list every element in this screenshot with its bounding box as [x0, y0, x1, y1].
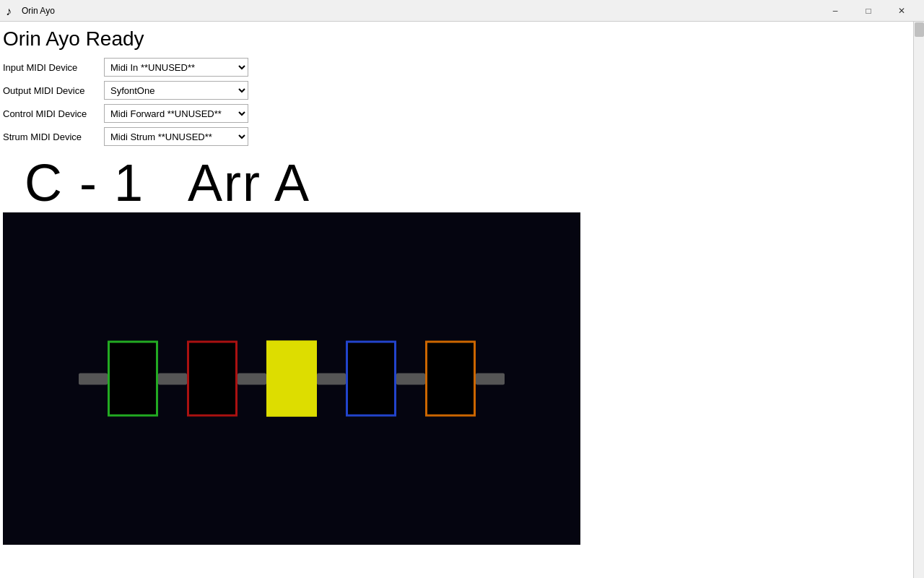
strum-midi-label: Strum MIDI Device	[3, 131, 104, 142]
output-midi-select[interactable]: SyfontOne	[104, 81, 248, 100]
canvas-area	[3, 212, 580, 545]
minimize-button[interactable]: –	[819, 0, 852, 22]
arrangement-display: Arr A	[188, 153, 310, 212]
connector-2	[237, 373, 266, 384]
connector-1	[158, 373, 187, 384]
block-blue[interactable]	[346, 341, 396, 417]
strum-midi-select[interactable]: Midi Strum **UNUSED**	[104, 127, 248, 146]
input-midi-label: Input MIDI Device	[3, 62, 104, 73]
strum-midi-row: Strum MIDI Device Midi Strum **UNUSED**	[3, 127, 902, 146]
block-orange[interactable]	[425, 341, 476, 417]
output-midi-label: Output MIDI Device	[3, 85, 104, 96]
control-midi-row: Control MIDI Device Midi Forward **UNUSE…	[3, 104, 902, 123]
display-row: C - 1 Arr A	[3, 153, 902, 212]
titlebar-controls: – □ ✕	[819, 0, 918, 22]
titlebar: ♪ Orin Ayo – □ ✕	[0, 0, 924, 22]
connector-right	[476, 373, 505, 384]
titlebar-title: Orin Ayo	[22, 6, 55, 16]
connector-left	[79, 373, 108, 384]
maximize-button[interactable]: □	[852, 0, 885, 22]
input-midi-row: Input MIDI Device Midi In **UNUSED**	[3, 58, 902, 77]
output-midi-row: Output MIDI Device SyfontOne	[3, 81, 902, 100]
scrollbar-thumb[interactable]	[915, 22, 924, 37]
app-title: Orin Ayo Ready	[3, 27, 902, 51]
main-content: Orin Ayo Ready Input MIDI Device Midi In…	[0, 22, 913, 545]
titlebar-left: ♪ Orin Ayo	[6, 5, 55, 17]
blocks-container	[79, 341, 505, 417]
input-midi-select[interactable]: Midi In **UNUSED**	[104, 58, 248, 77]
connector-3	[317, 373, 346, 384]
chord-display: C - 1	[25, 153, 144, 212]
scrollbar-track[interactable]	[913, 22, 924, 578]
app-icon: ♪	[6, 5, 17, 17]
control-midi-select[interactable]: Midi Forward **UNUSED**	[104, 104, 248, 123]
block-green[interactable]	[108, 341, 158, 417]
block-red[interactable]	[187, 341, 237, 417]
block-yellow[interactable]	[266, 341, 317, 417]
close-button[interactable]: ✕	[885, 0, 918, 22]
control-midi-label: Control MIDI Device	[3, 108, 104, 119]
connector-4	[396, 373, 425, 384]
